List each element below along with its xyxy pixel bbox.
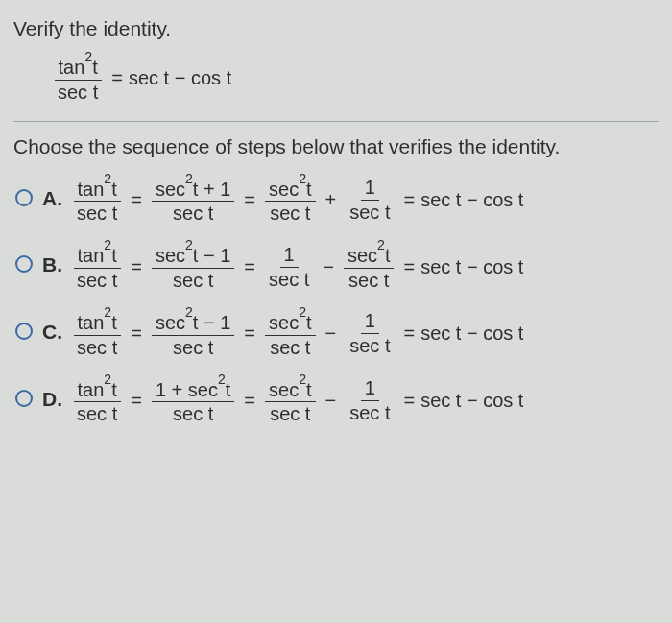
fraction-numerator: 1: [361, 177, 379, 201]
equals-sign: =: [403, 390, 415, 412]
option-label: D.: [42, 376, 69, 411]
fraction-numerator: tan2t: [74, 309, 121, 336]
fraction: tan2t sec t: [73, 242, 121, 292]
fraction-denominator: sec t: [169, 202, 217, 225]
result-expression: sec t − cos t: [420, 390, 523, 412]
fraction-denominator: sec t: [73, 402, 121, 425]
minus-sign: −: [325, 323, 337, 345]
fraction: sec2t sec t: [344, 242, 394, 292]
equals-sign: =: [131, 323, 142, 345]
identity-equation: tan2t sec t = sec t − cos t: [50, 54, 659, 104]
equals-sign: =: [111, 67, 123, 89]
fraction-numerator: sec2t: [344, 242, 394, 269]
fraction-denominator: sec t: [169, 402, 217, 425]
fraction: tan2t sec t: [73, 309, 121, 359]
option-b: B. tan2t sec t = sec2t − 1 sec t = 1 sec…: [15, 242, 659, 292]
radio-c[interactable]: [15, 323, 33, 340]
fraction-denominator: sec t: [345, 269, 393, 292]
fraction-numerator: sec2t + 1: [152, 176, 234, 203]
fraction-numerator: sec2t − 1: [152, 242, 234, 269]
fraction: 1 sec t: [346, 310, 394, 357]
fraction-denominator: sec t: [266, 336, 314, 359]
radio-a[interactable]: [15, 189, 33, 206]
equals-sign: =: [403, 323, 415, 345]
fraction-numerator: 1: [280, 244, 299, 268]
fraction-numerator: sec2t: [265, 309, 315, 336]
fraction: sec2t sec t: [265, 309, 315, 359]
fraction: 1 sec t: [346, 377, 394, 424]
fraction: tan2t sec t: [73, 376, 121, 426]
equals-sign: =: [403, 256, 415, 278]
option-d: D. tan2t sec t = 1 + sec2t sec t = sec2t…: [15, 376, 659, 426]
fraction-denominator: sec t: [265, 268, 313, 291]
fraction-numerator: tan2t: [74, 176, 121, 203]
option-a: A. tan2t sec t = sec2t + 1 sec t = sec2t…: [15, 176, 659, 226]
fraction-denominator: sec t: [54, 81, 102, 104]
fraction-numerator: 1 + sec2t: [152, 376, 234, 403]
result-expression: sec t − cos t: [420, 323, 523, 345]
option-b-math: tan2t sec t = sec2t − 1 sec t = 1 sec t …: [69, 242, 523, 292]
fraction-denominator: sec t: [73, 269, 121, 292]
fraction: 1 sec t: [346, 177, 394, 224]
option-label: A.: [42, 176, 69, 210]
minus-sign: −: [325, 390, 337, 412]
fraction-denominator: sec t: [266, 202, 314, 225]
fraction-denominator: sec t: [169, 336, 217, 359]
fraction-denominator: sec t: [346, 334, 394, 357]
equals-sign: =: [244, 323, 255, 345]
fraction: sec2t sec t: [265, 376, 315, 426]
fraction: sec2t sec t: [265, 176, 315, 226]
fraction-numerator: tan2t: [55, 54, 102, 81]
equals-sign: =: [244, 189, 255, 211]
option-label: C.: [42, 309, 69, 344]
fraction-numerator: 1: [361, 310, 379, 334]
fraction-numerator: 1: [361, 377, 379, 401]
equals-sign: =: [131, 256, 142, 278]
result-expression: sec t − cos t: [420, 256, 523, 278]
plus-sign: +: [325, 189, 337, 211]
equals-sign: =: [131, 390, 142, 412]
fraction-numerator: tan2t: [74, 242, 121, 269]
option-label: B.: [42, 242, 69, 276]
option-c-math: tan2t sec t = sec2t − 1 sec t = sec2t se…: [69, 309, 523, 359]
fraction-numerator: sec2t: [265, 376, 315, 403]
fraction: sec2t + 1 sec t: [152, 176, 234, 226]
question-prompt: Verify the identity.: [13, 17, 659, 40]
option-d-math: tan2t sec t = 1 + sec2t sec t = sec2t se…: [69, 376, 523, 426]
radio-b[interactable]: [15, 255, 33, 273]
fraction-denominator: sec t: [346, 201, 394, 224]
identity-rhs: sec t − cos t: [129, 67, 231, 89]
fraction: 1 + sec2t sec t: [152, 376, 234, 426]
equals-sign: =: [403, 189, 415, 211]
option-c: C. tan2t sec t = sec2t − 1 sec t = sec2t…: [15, 309, 659, 359]
equals-sign: =: [244, 390, 255, 412]
fraction: sec2t − 1 sec t: [152, 242, 234, 292]
options-group: A. tan2t sec t = sec2t + 1 sec t = sec2t…: [13, 176, 659, 426]
fraction-numerator: sec2t: [265, 176, 315, 203]
fraction-denominator: sec t: [73, 336, 121, 359]
fraction: sec2t − 1 sec t: [152, 309, 234, 359]
fraction-numerator: tan2t: [74, 376, 121, 403]
question-page: Verify the identity. tan2t sec t = sec t…: [0, 0, 672, 460]
fraction-denominator: sec t: [346, 401, 394, 424]
fraction-denominator: sec t: [169, 269, 217, 292]
equals-sign: =: [131, 189, 142, 211]
fraction: tan2t sec t: [73, 176, 121, 226]
fraction-denominator: sec t: [266, 402, 314, 425]
fraction-numerator: sec2t − 1: [152, 309, 234, 336]
minus-sign: −: [323, 256, 334, 278]
identity-lhs-fraction: tan2t sec t: [54, 54, 102, 104]
radio-d[interactable]: [15, 390, 33, 407]
equals-sign: =: [244, 256, 255, 278]
sub-prompt: Choose the sequence of steps below that …: [13, 121, 659, 158]
fraction-denominator: sec t: [73, 202, 121, 225]
option-a-math: tan2t sec t = sec2t + 1 sec t = sec2t se…: [69, 176, 523, 226]
result-expression: sec t − cos t: [420, 189, 523, 211]
fraction: 1 sec t: [265, 244, 313, 291]
